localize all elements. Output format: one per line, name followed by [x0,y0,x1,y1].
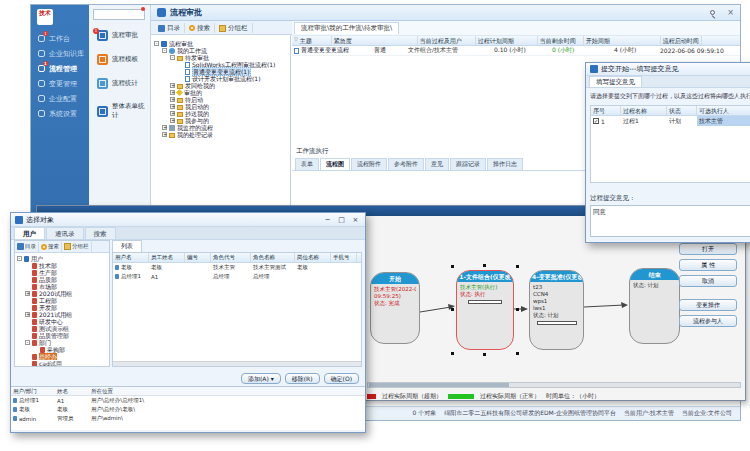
column-header[interactable]: 当前剩余时间 [538,36,584,45]
process-row[interactable]: ✓1 过程1 计划 技术主管 [591,116,750,126]
cell-executor[interactable]: 技术主管 [697,116,750,126]
workflow-tab[interactable]: 参考附件 [388,158,424,170]
dialog-titlebar[interactable]: 提交开始---填写提交意见 [586,63,750,76]
sidebar-item[interactable]: 变更管理 [31,76,89,91]
org-tree-item[interactable]: - 用户 [15,255,109,262]
user-row[interactable]: 总经理1 A1 总经理 总经理 [113,272,361,281]
tree-expander[interactable]: + [25,291,30,296]
selection-handle[interactable] [451,265,454,268]
tree-expander[interactable]: + [162,125,167,130]
column-header[interactable]: 当前过程及用户 [418,36,476,45]
select-dialog-tab[interactable]: 用户 [14,227,45,239]
dialog-titlebar[interactable]: 选择对象 ─ □ × [11,213,365,227]
toolbar-button[interactable]: 搜索 [185,23,215,33]
pin-icon[interactable] [710,10,715,15]
select-dialog-tab[interactable]: 通讯录 [46,227,84,239]
tab-fill-opinion[interactable]: 填写提交意见 [589,76,642,87]
minimize-icon[interactable]: ─ [322,216,333,224]
tree-expander[interactable]: + [170,118,175,123]
node-change-approve[interactable]: 4-变更批准(仅更改 t23CCN4wps1lws1状态: 计划 [529,270,584,350]
menu-item[interactable]: 流程统计 [89,75,150,99]
selection-handle[interactable] [516,265,519,268]
tree-expander[interactable]: - [25,340,30,345]
toolbar-button[interactable]: 搜索 [39,242,62,252]
tree-expander[interactable]: + [170,97,175,102]
tree-item[interactable]: - 待发审批 [151,54,290,61]
workflow-action-button[interactable]: 取消 [679,275,737,287]
node-start[interactable]: 开始 技术主管(2022-06-0609:59:25)状态: 完成 [370,272,420,344]
workflow-tab[interactable]: 流程图 [320,158,350,170]
org-tree-item[interactable]: 工程部 [15,297,109,304]
workflow-tab[interactable]: 流程附件 [351,158,387,170]
org-tree-item[interactable]: 生产部 [15,269,109,276]
tree-item[interactable]: + 待启动 [151,96,290,103]
node-end[interactable]: 结束 状态: 计划 [629,268,680,344]
tree-expander[interactable]: + [25,312,30,317]
org-tree-item[interactable]: 品质部 [15,276,109,283]
tree-expander[interactable]: - [17,256,22,261]
tree-item[interactable]: 设计开发计划审批流程(1) [151,75,290,82]
tree-expander[interactable]: - [154,41,159,46]
dialog-button[interactable]: 确定(O) [324,373,359,384]
menu-search-input[interactable] [93,9,145,20]
opinion-textarea[interactable]: 同意 [590,205,750,237]
tree-item[interactable]: + 抄送我的 [151,110,290,117]
list-column-header[interactable]: 角色名称 [251,253,295,262]
toolbar-button[interactable]: 目录 [154,23,185,33]
tree-expander[interactable]: + [170,111,175,116]
horizontal-scrollbar[interactable] [113,361,361,366]
selection-handle[interactable] [516,308,519,311]
column-header[interactable]: 紧急度 [332,36,418,45]
menu-item[interactable]: 流程审批 1 [89,27,150,51]
scrollbar-thumb[interactable] [369,383,509,387]
org-tree-item[interactable]: 技术部 [15,262,109,269]
sidebar-item[interactable]: 企业知识库 [31,46,89,61]
org-tree-item[interactable]: cad试用 [15,360,109,367]
close-icon[interactable]: × [727,9,734,17]
tree-expander[interactable]: + [162,132,167,137]
list-column-header[interactable]: 岗位名称 [295,253,331,262]
tree-expander[interactable]: - [162,48,167,53]
column-header[interactable]: 流程启动时间 [661,36,702,45]
workflow-tab[interactable]: 跟踪记录 [450,158,486,170]
tree-item[interactable]: 普通变更变更流程(1) [151,68,290,75]
sidebar-item[interactable]: 企业配置 [31,91,89,106]
tree-item[interactable]: - 流程审批 [151,40,290,47]
selection-handle[interactable] [483,264,486,267]
selection-handle[interactable] [516,352,519,355]
workflow-action-button[interactable]: 流程参与人 [679,315,737,327]
org-tree-item[interactable]: 测试演示组 [15,325,109,332]
workflow-tab[interactable]: 操作日志 [487,158,523,170]
dialog-button[interactable]: 移除(R) [285,373,320,384]
tree-item[interactable]: + 我启动的 [151,103,290,110]
column-header[interactable]: 主题 [298,36,332,45]
list-tab[interactable]: 列表 [112,240,142,252]
tree-item[interactable]: + 我的处理记录 [151,131,290,138]
selection-handle[interactable] [451,352,454,355]
list-column-header[interactable]: 用户名 [113,253,149,262]
tree-item[interactable]: + 发回给我的 [151,82,290,89]
selected-row[interactable]: 老板 老板 用户\总经办\老板\ [11,405,365,414]
list-column-header[interactable]: 手机号 [331,253,357,262]
sidebar-item[interactable]: 工作台 1 [31,31,89,46]
tree-expander[interactable]: + [170,104,175,109]
list-column-header[interactable]: 角色代号 [211,253,251,262]
workflow-tab[interactable]: 表单 [295,158,319,170]
org-tree-item[interactable]: 总经办 [15,353,109,360]
table-row[interactable]: 普通变更变更流程 普通 文件组合/技术主管 0.10 (小时) 0 (小时) 4… [292,46,740,56]
tree-expander[interactable]: - [170,55,175,60]
org-tree-item[interactable]: 市场部 [15,283,109,290]
breadcrumb[interactable]: 流程审批\我的工作流\待发审批\ [294,22,399,34]
list-column-header[interactable]: 编号 [185,253,211,262]
tree-item[interactable]: + 我监控的流程 [151,124,290,131]
menu-item[interactable]: 整体表单统计 [89,99,150,123]
org-tree-item[interactable]: + 2021试用组 [15,311,109,318]
user-row[interactable]: 老板 老板 技术主管 技术主管测试 老板 [113,263,361,272]
selected-row[interactable]: admin 管理员 用户\admin\ [11,414,365,423]
sidebar-item[interactable]: 流程管理 1 [31,61,89,76]
selection-handle[interactable] [483,353,486,356]
org-tree-item[interactable]: 研发中心 [15,318,109,325]
tree-item[interactable]: + 审批的 [151,89,290,96]
node-file-assembly[interactable]: 1-文件组合(仅更改 技术主管(执行)状态: 执行 [456,270,514,350]
workflow-action-button[interactable]: 变更操作 [679,299,737,311]
